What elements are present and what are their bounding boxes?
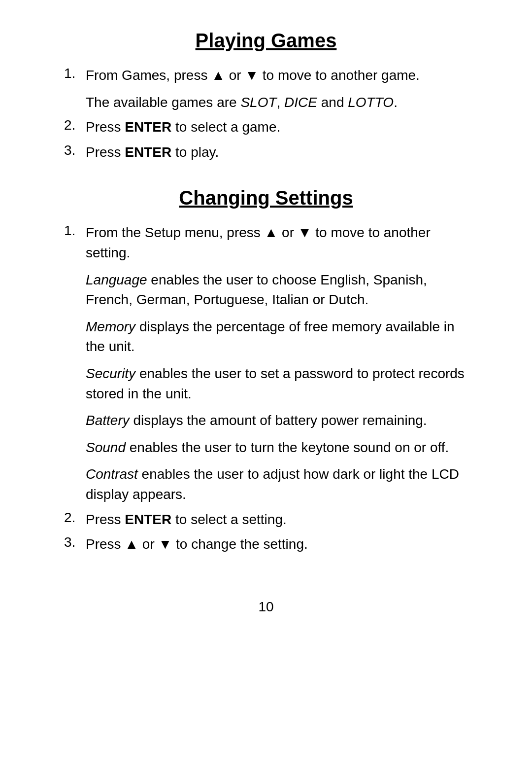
sound-description: Sound enables the user to turn the keyto…	[86, 438, 468, 458]
changing-settings-list: 1. From the Setup menu, press ▲ or ▼ to …	[64, 223, 468, 559]
list-item: 2. Press ENTER to select a game.	[64, 117, 468, 138]
playing-games-title: Playing Games	[64, 30, 468, 52]
list-content: From the Setup menu, press ▲ or ▼ to mov…	[86, 223, 468, 504]
contrast-description: Contrast enables the user to adjust how …	[86, 464, 468, 504]
list-item: 1. From Games, press ▲ or ▼ to move to a…	[64, 66, 468, 112]
list-content: Press ENTER to select a setting.	[86, 510, 468, 530]
list-content: Press ENTER to play.	[86, 142, 468, 163]
list-item-text: From the Setup menu, press ▲ or ▼ to mov…	[86, 223, 468, 263]
list-number: 2.	[64, 117, 86, 133]
playing-games-list: 1. From Games, press ▲ or ▼ to move to a…	[64, 66, 468, 167]
page-content: Playing Games 1. From Games, press ▲ or …	[54, 0, 478, 644]
list-number: 3.	[64, 534, 86, 550]
list-item-text: Press ENTER to play.	[86, 142, 468, 163]
security-description: Security enables the user to set a passw…	[86, 364, 468, 404]
list-item: 1. From the Setup menu, press ▲ or ▼ to …	[64, 223, 468, 504]
list-item-text: Press ENTER to select a game.	[86, 117, 468, 138]
page-number: 10	[64, 599, 468, 615]
changing-settings-title: Changing Settings	[64, 187, 468, 209]
list-item: 3. Press ENTER to play.	[64, 142, 468, 163]
memory-description: Memory displays the percentage of free m…	[86, 317, 468, 357]
list-item-subtext: The available games are SLOT, DICE and L…	[86, 93, 468, 113]
list-item: 3. Press ▲ or ▼ to change the setting.	[64, 534, 468, 555]
list-number: 1.	[64, 66, 86, 81]
list-item-text: Press ENTER to select a setting.	[86, 510, 468, 530]
list-item-text: Press ▲ or ▼ to change the setting.	[86, 534, 468, 555]
list-number: 3.	[64, 142, 86, 158]
list-item-text: From Games, press ▲ or ▼ to move to anot…	[86, 66, 468, 86]
list-content: From Games, press ▲ or ▼ to move to anot…	[86, 66, 468, 112]
battery-description: Battery displays the amount of battery p…	[86, 411, 468, 431]
list-number: 1.	[64, 223, 86, 239]
list-number: 2.	[64, 510, 86, 526]
list-content: Press ENTER to select a game.	[86, 117, 468, 138]
language-description: Language enables the user to choose Engl…	[86, 270, 468, 310]
list-item: 2. Press ENTER to select a setting.	[64, 510, 468, 530]
list-content: Press ▲ or ▼ to change the setting.	[86, 534, 468, 555]
